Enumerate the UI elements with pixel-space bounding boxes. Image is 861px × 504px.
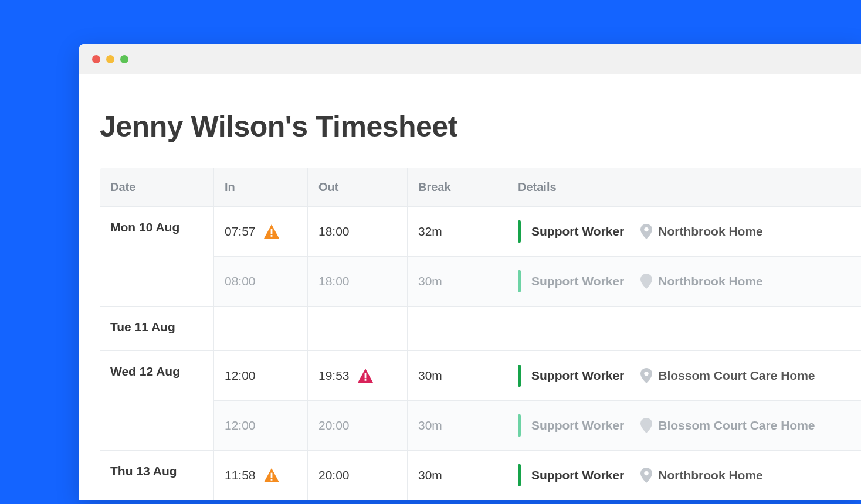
role-label: Support Worker <box>531 224 624 239</box>
role-label: Support Worker <box>531 468 624 482</box>
details-content: Support Worker Northbrook Home <box>518 464 850 486</box>
role-indicator-bar <box>518 464 521 486</box>
cell-break[interactable]: 30m <box>408 451 507 500</box>
cell-break[interactable]: 30m <box>408 401 507 450</box>
location-wrap: Northbrook Home <box>640 468 763 483</box>
cell-out[interactable]: 18:00 <box>308 207 408 256</box>
cell-details[interactable]: Support Worker Northbrook Home <box>507 451 861 500</box>
cell-details[interactable]: Support Worker Northbrook Home <box>507 207 861 256</box>
day-group: Mon 10 Aug07:57 18:0032mSupport Worker N… <box>100 206 861 306</box>
cell-in[interactable] <box>214 307 308 350</box>
svg-rect-4 <box>364 373 366 379</box>
svg-rect-1 <box>270 235 272 237</box>
column-header-in: In <box>214 168 308 206</box>
column-header-out: Out <box>308 168 408 206</box>
cell-in[interactable]: 08:00 <box>214 257 308 306</box>
cell-break[interactable]: 32m <box>408 207 507 256</box>
cell-out[interactable] <box>308 307 408 350</box>
cell-details[interactable]: Support Worker Blossom Court Care Home <box>507 401 861 450</box>
day-group: Tue 11 Aug <box>100 306 861 350</box>
cell-details[interactable]: Support Worker Blossom Court Care Home <box>507 351 861 400</box>
location-wrap: Northbrook Home <box>640 274 763 289</box>
in-time: 11:58 <box>225 468 256 482</box>
table-row[interactable]: 11:58 20:0030mSupport Worker Northbrook … <box>214 451 861 500</box>
svg-point-2 <box>645 227 649 231</box>
window-maximize-button[interactable] <box>120 55 128 63</box>
cell-out[interactable]: 18:00 <box>308 257 408 306</box>
svg-rect-5 <box>364 379 366 381</box>
cell-in[interactable]: 11:58 <box>214 451 308 500</box>
cell-break[interactable] <box>408 307 507 350</box>
location-label: Blossom Court Care Home <box>658 418 815 433</box>
warning-icon <box>264 224 279 239</box>
table-row[interactable]: 08:0018:0030mSupport Worker Northbrook H… <box>214 256 861 306</box>
column-header-date: Date <box>100 168 214 206</box>
cell-details[interactable] <box>507 307 861 350</box>
break-duration: 30m <box>418 274 442 288</box>
warning-icon <box>358 369 373 383</box>
timesheet-table: Date In Out Break Details Mon 10 Aug07:5… <box>100 168 861 500</box>
svg-point-7 <box>645 421 649 425</box>
table-row[interactable]: 12:0019:53 30mSupport Worker Blossom Cou… <box>214 351 861 400</box>
location-wrap: Blossom Court Care Home <box>640 368 815 383</box>
window-minimize-button[interactable] <box>106 55 114 63</box>
details-content: Support Worker Blossom Court Care Home <box>518 414 850 437</box>
location-pin-icon <box>640 224 652 239</box>
in-time: 12:00 <box>225 369 256 383</box>
table-row[interactable]: 12:0020:0030mSupport Worker Blossom Cour… <box>214 400 861 450</box>
svg-rect-9 <box>270 479 272 481</box>
table-header-row: Date In Out Break Details <box>100 168 861 206</box>
location-wrap: Northbrook Home <box>640 224 763 239</box>
location-label: Northbrook Home <box>658 274 763 288</box>
cell-break[interactable]: 30m <box>408 257 507 306</box>
location-label: Blossom Court Care Home <box>658 369 815 383</box>
details-content: Support Worker Northbrook Home <box>518 220 850 243</box>
day-group: Thu 13 Aug11:58 20:0030mSupport Worker N… <box>100 450 861 500</box>
details-content: Support Worker Northbrook Home <box>518 270 850 292</box>
cell-out[interactable]: 20:00 <box>308 451 408 500</box>
table-body: Mon 10 Aug07:57 18:0032mSupport Worker N… <box>100 206 861 500</box>
cell-in[interactable]: 12:00 <box>214 351 308 400</box>
role-indicator-bar <box>518 270 521 292</box>
svg-point-6 <box>645 372 649 376</box>
window-content: Jenny Wilson's Timesheet Date In Out Bre… <box>79 74 861 500</box>
cell-out[interactable]: 20:00 <box>308 401 408 450</box>
location-pin-icon <box>640 418 652 433</box>
location-label: Northbrook Home <box>658 468 763 482</box>
cell-break[interactable]: 30m <box>408 351 507 400</box>
rows-wrap: 11:58 20:0030mSupport Worker Northbrook … <box>214 451 861 500</box>
out-time: 20:00 <box>318 418 350 433</box>
table-row[interactable]: 07:57 18:0032mSupport Worker Northbrook … <box>214 207 861 256</box>
column-header-details: Details <box>507 168 861 206</box>
day-group: Wed 12 Aug12:0019:53 30mSupport Worker B… <box>100 350 861 450</box>
out-time: 20:00 <box>318 468 350 482</box>
warning-icon <box>264 468 279 482</box>
page-title: Jenny Wilson's Timesheet <box>100 110 861 144</box>
location-pin-icon <box>640 368 652 383</box>
role-label: Support Worker <box>531 418 624 433</box>
role-indicator-bar <box>518 220 521 243</box>
location-wrap: Blossom Court Care Home <box>640 418 815 433</box>
date-cell: Thu 13 Aug <box>100 451 214 500</box>
out-time: 19:53 <box>318 369 350 383</box>
cell-in[interactable]: 12:00 <box>214 401 308 450</box>
rows-wrap: 07:57 18:0032mSupport Worker Northbrook … <box>214 207 861 306</box>
role-label: Support Worker <box>531 369 624 383</box>
role-indicator-bar <box>518 414 521 437</box>
in-time: 07:57 <box>225 224 256 239</box>
break-duration: 32m <box>418 224 442 239</box>
date-cell: Tue 11 Aug <box>100 307 214 350</box>
svg-rect-0 <box>270 229 272 234</box>
in-time: 08:00 <box>225 274 256 288</box>
window-close-button[interactable] <box>92 55 100 63</box>
cell-out[interactable]: 19:53 <box>308 351 408 400</box>
out-time: 18:00 <box>318 274 350 288</box>
cell-in[interactable]: 07:57 <box>214 207 308 256</box>
svg-point-10 <box>645 471 649 475</box>
cell-details[interactable]: Support Worker Northbrook Home <box>507 257 861 306</box>
table-row[interactable] <box>214 307 861 350</box>
break-duration: 30m <box>418 468 442 482</box>
window-titlebar <box>79 44 861 74</box>
date-cell: Wed 12 Aug <box>100 351 214 450</box>
in-time: 12:00 <box>225 418 256 433</box>
